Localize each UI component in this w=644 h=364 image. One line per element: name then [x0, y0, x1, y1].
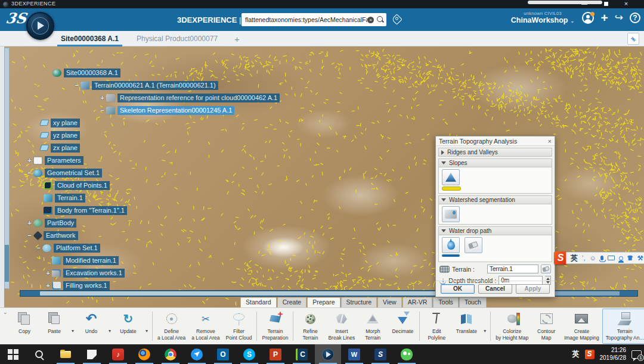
vertical-scrollbar-thumb[interactable] [5, 245, 9, 282]
tree-expander[interactable]: − [73, 82, 80, 89]
dialog-close-icon[interactable]: × [548, 137, 552, 145]
taskbar-catia[interactable] [289, 344, 315, 364]
ribbon-tab-touch[interactable]: Touch [459, 297, 487, 307]
slopes-color-swatch[interactable] [442, 186, 461, 191]
search-input[interactable] [245, 16, 367, 23]
workspace-selector[interactable]: unknown CIVIL03 ChinaWorkshop ⌄ [511, 11, 575, 24]
toolbar-decimate[interactable]: Decimate [388, 309, 417, 344]
taskbar-outlook[interactable] [210, 344, 236, 364]
ribbon-tab-structure[interactable]: Structure [341, 297, 377, 307]
ime-skin-icon[interactable] [627, 256, 633, 260]
tree-node[interactable]: xy plane [33, 117, 80, 129]
section-watershed-segmentation[interactable]: Watershed segmentation [438, 195, 552, 204]
dropdown-caret-icon[interactable]: ▾ [106, 319, 113, 334]
tree-node[interactable]: Modified terrain.1 [44, 254, 119, 266]
minimize-button[interactable]: — [580, 0, 589, 8]
tree-node[interactable]: +Excavation works.1 [44, 267, 125, 279]
tree-node[interactable]: zx plane [33, 142, 80, 154]
toolbar-contour-map[interactable]: ContourMap [531, 309, 561, 344]
toolbar-copy[interactable]: Copy [10, 309, 39, 344]
dropdown-caret-icon[interactable]: ▾ [143, 319, 150, 334]
vertical-scrollbar[interactable] [4, 48, 10, 289]
toolbar-filter-point-cloud[interactable]: FilterPoint Cloud [223, 309, 255, 344]
tree-node[interactable]: −Terrain00000621 A.1 (Terrain00000621.1) [73, 79, 218, 91]
tree-expander[interactable]: − [26, 232, 33, 239]
toolbar-edit-polyline[interactable]: EditPolyline [422, 309, 451, 344]
search-clear-icon[interactable]: × [367, 17, 374, 23]
taskbar-search[interactable] [26, 344, 52, 364]
tree-expander[interactable]: + [26, 219, 33, 226]
toolbar-undo[interactable]: Undo [76, 309, 106, 344]
taskbar-mail-pin[interactable] [184, 344, 210, 364]
tree-expander[interactable]: + [44, 269, 52, 276]
erase-path-button[interactable] [465, 237, 482, 253]
taskbar-powerpoint[interactable] [262, 344, 289, 364]
ime-language-mode[interactable]: 英 [571, 253, 578, 263]
tree-expander[interactable]: − [98, 107, 106, 114]
toolbar-terrain-topography[interactable]: TerrainTopography An... [602, 309, 644, 344]
ribbon-tab-prepare[interactable]: Prepare [307, 297, 340, 307]
search-box[interactable]: × [242, 13, 386, 26]
tree-node[interactable]: +PartBody [26, 217, 76, 229]
toolbar-terrain-preparation[interactable]: TerrainPreparation [259, 309, 291, 344]
tree-node[interactable]: Cloud of Points.1 [36, 179, 110, 191]
tree-expander[interactable]: − [35, 244, 42, 251]
dialog-titlebar[interactable]: Terrain Topography Analysis × [436, 136, 555, 146]
tree-node[interactable]: +Parameters [26, 154, 83, 166]
ribbon-tab-ar-vr[interactable]: AR-VR [402, 297, 433, 307]
toolbar-create-image-mapping[interactable]: CreateImage Mapping [561, 309, 602, 344]
apply-button[interactable]: Apply [516, 284, 550, 294]
tree-node[interactable]: −Earthwork [26, 229, 78, 241]
taskbar-start[interactable] [0, 344, 26, 364]
tree-node[interactable]: +Representation reference for point clou… [98, 92, 280, 104]
tray-ime-indicator[interactable]: 英 [572, 349, 580, 359]
taskbar-chrome[interactable] [157, 344, 184, 364]
toolbar-define-local-area[interactable]: Definea Local Area [154, 309, 188, 344]
dropdown-caret-icon[interactable]: ▾ [69, 319, 76, 334]
collapse-viewport-button[interactable]: »« [627, 33, 639, 45]
document-tab[interactable]: Site00000368 A.1 [60, 32, 120, 45]
help-icon[interactable]: ? [630, 13, 640, 23]
ime-keyboard-icon[interactable] [608, 256, 615, 260]
ime-mic-icon[interactable] [600, 256, 603, 260]
tree-expander[interactable]: + [26, 157, 33, 164]
toolbar-morph-terrain[interactable]: MorphTerrain [358, 309, 388, 344]
dropdown-caret-icon[interactable]: ▾ [481, 319, 488, 334]
tree-expander[interactable]: + [44, 282, 52, 289]
sogou-logo-icon[interactable]: S [554, 251, 567, 265]
ribbon-tab-view[interactable]: View [377, 297, 402, 307]
maximize-button[interactable] [601, 0, 611, 8]
tree-expander[interactable]: − [26, 169, 33, 176]
taskbar-notes[interactable] [79, 344, 105, 364]
taskbar-firefox[interactable] [131, 344, 157, 364]
terrain-input[interactable] [487, 265, 538, 273]
toolbar-refine-terrain[interactable]: RefineTerrain [295, 309, 325, 344]
user-avatar-icon[interactable] [582, 12, 594, 24]
toolbar-translate[interactable]: Translate [451, 309, 481, 344]
close-button[interactable]: × [621, 0, 631, 8]
taskbar-sogou-s[interactable] [367, 344, 394, 364]
toolbar-insert-break-lines[interactable]: InsertBreak Lines [325, 309, 358, 344]
tree-node[interactable]: Site00000368 A.1 [45, 67, 120, 79]
actionbar-collapse-icon[interactable]: ⌄ [3, 309, 8, 315]
document-tab[interactable]: Physical Product0000077 [135, 32, 219, 45]
taskbar-word[interactable] [341, 344, 367, 364]
section-ridges-and-valleys[interactable]: Ridges and Valleys [438, 148, 552, 157]
ime-handwriting-icon[interactable] [619, 256, 623, 260]
action-center-icon[interactable]: 1 [631, 350, 642, 359]
tree-node[interactable]: −Skeleton Representation00001245 A.1 [98, 104, 234, 116]
new-tab-button[interactable]: + [234, 34, 240, 44]
share-icon[interactable]: ↪ [615, 12, 623, 24]
tree-node[interactable]: −Platform Set.1 [35, 242, 100, 254]
taskbar-wechat[interactable] [394, 344, 420, 364]
toolbar-remove-local-area[interactable]: Removea Local Area [188, 309, 222, 344]
water-drop-button[interactable] [442, 237, 460, 253]
ribbon-tab-standard[interactable]: Standard [240, 297, 277, 307]
ime-emoji-icon[interactable]: ☺ [590, 255, 596, 262]
tray-sogou-icon[interactable]: S [585, 350, 595, 359]
taskbar-netease-music[interactable] [105, 344, 131, 364]
section-slopes[interactable]: Slopes [438, 158, 552, 167]
tree-node[interactable]: −Geometrical Set.1 [26, 167, 102, 179]
toolbar-colorize-height-map[interactable]: Colorizeby Height Map [493, 309, 531, 344]
search-icon[interactable] [377, 16, 384, 23]
